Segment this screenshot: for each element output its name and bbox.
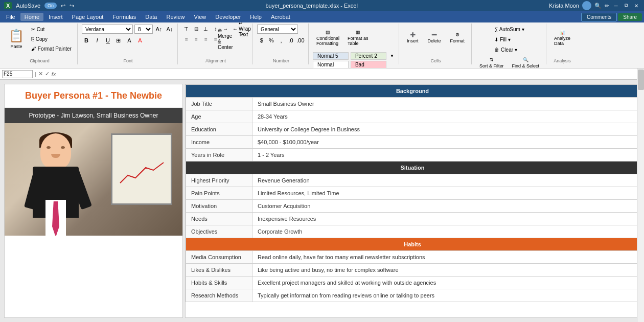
redo-icon[interactable]: ↪ (70, 3, 74, 9)
italic-button[interactable]: I (93, 36, 102, 45)
decimal-decrease-button[interactable]: .00 (296, 36, 305, 45)
border-button[interactable]: ⊞ (114, 36, 123, 45)
restore-button[interactable]: ⧉ (623, 2, 630, 9)
search-icon[interactable]: 🔍 (594, 3, 602, 9)
comments-button[interactable]: Comments (581, 13, 617, 21)
find-icon: 🔍 (523, 57, 528, 62)
analysis-label: Analysis (554, 58, 571, 63)
currency-button[interactable]: $ (257, 36, 266, 45)
title-bar-center: buyer_persona_template.xlsx - Excel (74, 3, 549, 9)
number-format-select[interactable]: General (257, 25, 298, 34)
menu-file[interactable]: File (2, 13, 19, 21)
habits-skills-label: Habits & Skills (186, 277, 252, 289)
table-row: Media Consumption Read online daily, hav… (186, 251, 639, 264)
percent-button[interactable]: % (267, 36, 276, 45)
menu-page-layout[interactable]: Page Layout (68, 13, 108, 21)
comma-button[interactable]: , (277, 36, 286, 45)
clear-button[interactable]: 🗑 Clear ▾ (492, 45, 519, 54)
analyze-data-button[interactable]: 📊 AnalyzeData (550, 25, 574, 51)
autosave-label: AutoSave (16, 3, 40, 9)
format-as-table-button[interactable]: ▦ Format asTable (344, 25, 372, 51)
income-value: $40,000 - $100,000/year (252, 136, 639, 149)
age-label: Age (186, 110, 252, 123)
insert-cells-button[interactable]: ➕ Insert (403, 25, 422, 51)
close-button[interactable]: ✕ (633, 2, 640, 9)
number-label: Number (273, 58, 289, 63)
paste-button[interactable]: 📋 Paste (5, 25, 28, 53)
style-percent2[interactable]: Percent 2 (351, 52, 386, 60)
font-size-select[interactable]: 8 (134, 25, 153, 34)
title-bar-left: X AutoSave On ↩ ↪ (4, 2, 74, 9)
align-bottom-button[interactable]: ⊥ (201, 25, 211, 33)
formula-input[interactable] (58, 70, 642, 78)
wrap-text-button[interactable]: ↵ Wrap Text (240, 25, 249, 33)
align-left-button[interactable]: ≡ (182, 35, 191, 43)
share-button[interactable]: Share (618, 13, 642, 21)
fill-color-button[interactable]: A (125, 36, 134, 45)
cell-reference-input[interactable]: F25 (2, 70, 33, 78)
align-top-button[interactable]: ⊤ (182, 25, 191, 33)
fill-button[interactable]: ⬇ Fill ▾ (492, 35, 513, 44)
cells-label: Cells (430, 58, 441, 63)
cut-button[interactable]: ✂ Cut (29, 25, 74, 34)
font-family-select[interactable]: Verdana (82, 25, 133, 34)
scroll-thumb[interactable] (638, 70, 644, 90)
persona-title: Buyer Persona #1 - The Newbie (5, 84, 182, 108)
menu-data[interactable]: Data (141, 13, 161, 21)
style-bad[interactable]: Bad (351, 61, 386, 68)
decimal-increase-button[interactable]: .0 (286, 36, 295, 45)
styles-panel: Normal 5 Percent 2 ▼ Normal Bad (313, 52, 396, 68)
pen-icon[interactable]: ✏ (605, 3, 609, 9)
menu-review[interactable]: Review (162, 13, 189, 21)
cancel-formula-button[interactable]: ✕ (38, 71, 43, 77)
copy-button[interactable]: ⎘ Copy (29, 34, 74, 43)
menu-acrobat[interactable]: Acrobat (267, 13, 294, 21)
paste-icon: 📋 (9, 29, 24, 43)
align-right-button[interactable]: ≡ (201, 35, 211, 43)
years-in-role-label: Years in Role (186, 149, 252, 162)
formula-divider: | (35, 71, 36, 77)
style-normal[interactable]: Normal (313, 61, 349, 68)
font-size-increase-button[interactable]: A↑ (154, 25, 164, 34)
menu-insert[interactable]: Insert (44, 13, 67, 21)
align-middle-button[interactable]: ⊟ (192, 25, 201, 33)
bold-button[interactable]: B (82, 36, 91, 45)
income-label: Income (186, 136, 252, 149)
font-color-button[interactable]: A (135, 36, 145, 45)
table-row: Habits & Skills Excellent project manage… (186, 277, 639, 289)
underline-button[interactable]: U (103, 36, 112, 45)
menu-formulas[interactable]: Formulas (108, 13, 140, 21)
format-cells-button[interactable]: ⚙ Format (446, 25, 468, 51)
sort-filter-button[interactable]: ⇅ Sort & Filter (476, 55, 508, 71)
align-center-button[interactable]: ≡ (192, 35, 201, 43)
conditional-formatting-button[interactable]: ▤ ConditionalFormatting (313, 25, 343, 51)
table-row: Income $40,000 - $100,000/year (186, 136, 639, 149)
ribbon-group-font: Verdana 8 A↑ A↓ B I U ⊞ A A Font (79, 24, 178, 64)
font-size-decrease-button[interactable]: A↓ (165, 25, 174, 34)
menu-view[interactable]: View (190, 13, 211, 21)
delete-cells-button[interactable]: ➖ Delete (424, 25, 444, 51)
undo-icon[interactable]: ↩ (61, 3, 65, 9)
insert-function-button[interactable]: fx (52, 71, 56, 77)
autosum-button[interactable]: ∑ AutoSum ▾ (492, 25, 526, 34)
persona-image (5, 123, 182, 236)
needs-value: Inexpensive Resources (252, 213, 639, 225)
merge-center-button[interactable]: ⊕ Merge & Center (221, 35, 230, 43)
job-title-label: Job Title (186, 98, 252, 110)
minimize-button[interactable]: ─ (612, 2, 619, 9)
excel-logo-icon: X (4, 2, 12, 9)
table-row: Likes & Dislikes Like being active and b… (186, 264, 639, 277)
research-methods-value: Typically get information from reading r… (252, 289, 639, 302)
vertical-scrollbar[interactable] (637, 68, 644, 322)
menu-home[interactable]: Home (20, 13, 43, 21)
style-dropdown-button[interactable]: ▼ (388, 53, 396, 60)
autosave-toggle[interactable]: On (44, 3, 57, 9)
highest-priority-label: Highest Priority (186, 174, 252, 187)
ribbon: 📋 Paste ✂ Cut ⎘ Copy 🖌 Format Painter Cl… (0, 22, 644, 68)
format-painter-button[interactable]: 🖌 Format Painter (29, 44, 74, 53)
background-header-row: Background (186, 85, 639, 98)
confirm-formula-button[interactable]: ✓ (45, 71, 50, 77)
find-select-button[interactable]: 🔍 Find & Select (508, 55, 543, 71)
media-consumption-label: Media Consumption (186, 251, 252, 264)
style-normal5[interactable]: Normal 5 (313, 52, 349, 60)
